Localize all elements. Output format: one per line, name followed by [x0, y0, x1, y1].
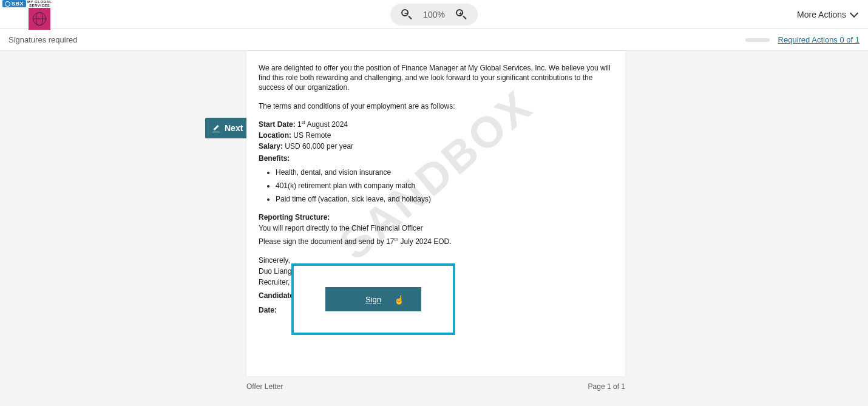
location-row: Location: US Remote [259, 130, 613, 140]
salary-row: Salary: USD 60,000 per year [259, 141, 613, 151]
reporting-label: Reporting Structure: [259, 212, 613, 222]
date-label: Date: [259, 306, 277, 314]
sign-button-label: Sign [365, 295, 381, 304]
document-name: Offer Letter [246, 382, 283, 391]
start-date-pre: 1 [296, 120, 302, 129]
brand-logo: SBX MY GLOBAL SERVICES [0, 0, 52, 30]
zoom-level: 100% [423, 10, 445, 19]
more-actions-label: More Actions [797, 10, 846, 19]
next-button-label: Next [225, 123, 243, 133]
zoom-in-icon[interactable]: + [456, 9, 467, 20]
document-viewport: Next SANDBOX We are delighted to offer y… [0, 51, 868, 406]
document-content: We are delighted to offer you the positi… [259, 63, 613, 287]
chevron-down-icon [850, 8, 858, 17]
benefit-item: Paid time off (vacation, sick leave, and… [276, 194, 613, 204]
benefits-list: Health, dental, and vision insurance 401… [276, 167, 613, 205]
salary-value: USD 60,000 per year [283, 142, 353, 151]
pen-icon [212, 124, 221, 132]
logo-text-line2: SERVICES [29, 4, 50, 7]
sign-button[interactable]: Sign ☝ [325, 287, 421, 311]
sign-request: Please sign the document and send by 17t… [259, 237, 613, 246]
next-button[interactable]: Next [205, 118, 250, 138]
required-actions-link[interactable]: Required Actions 0 of 1 [778, 35, 860, 44]
page-footer: Offer Letter Page 1 of 1 [246, 379, 625, 391]
page-indicator: Page 1 of 1 [588, 382, 625, 391]
logo-stack: MY GLOBAL SERVICES [27, 0, 52, 30]
signature-box[interactable]: Sign ☝ [291, 263, 455, 335]
salary-label: Salary: [259, 142, 283, 151]
location-label: Location: [259, 131, 291, 140]
benefit-item: 401(k) retirement plan with company matc… [276, 181, 613, 191]
sub-header: Signatures required Required Actions 0 o… [0, 29, 868, 51]
sign-request-pre: Please sign the document and send by 17 [259, 237, 395, 246]
sbx-badge: SBX [2, 0, 26, 7]
more-actions-dropdown[interactable]: More Actions [797, 10, 857, 19]
top-header: SBX MY GLOBAL SERVICES − 100% + More Act… [0, 0, 868, 29]
signature-status: Signatures required [8, 35, 77, 44]
terms-heading: The terms and conditions of your employm… [259, 101, 613, 111]
benefits-label: Benefits: [259, 154, 613, 163]
zoom-control: − 100% + [390, 4, 478, 25]
benefit-item: Health, dental, and vision insurance [276, 167, 613, 177]
intro-paragraph: We are delighted to offer you the positi… [259, 63, 613, 93]
start-date-post: August 2024 [305, 120, 348, 129]
pointer-cursor-icon: ☝ [394, 295, 404, 305]
logo-square [29, 8, 50, 30]
start-date-row: Start Date: 1st August 2024 [259, 120, 613, 129]
start-date-label: Start Date: [259, 120, 296, 129]
globe-icon [33, 12, 46, 25]
location-value: US Remote [291, 131, 331, 140]
progress-indicator [745, 38, 770, 42]
sign-request-post: July 2024 EOD. [398, 237, 451, 246]
document-page: SANDBOX We are delighted to offer you th… [246, 51, 625, 376]
reporting-value: You will report directly to the Chief Fi… [259, 223, 613, 233]
zoom-out-icon[interactable]: − [401, 9, 412, 20]
sub-header-right: Required Actions 0 of 1 [745, 35, 860, 44]
